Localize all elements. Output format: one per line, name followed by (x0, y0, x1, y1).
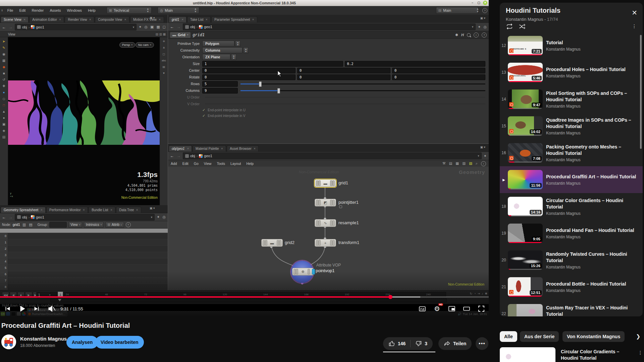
center-y-input[interactable]: 0 (297, 68, 390, 73)
connectivity-select[interactable]: Columns (202, 47, 243, 53)
node-transform1[interactable]: + (315, 239, 336, 247)
node-grid1[interactable]: ▬ (315, 179, 336, 187)
menu-item[interactable]: Help (244, 162, 256, 166)
gear-icon[interactable]: ✱ (455, 33, 458, 37)
target-icon[interactable]: ◎ (144, 25, 148, 29)
layout-icon[interactable]: ◻ (162, 25, 166, 29)
close-icon[interactable]: ✕ (483, 1, 487, 5)
tool-icon[interactable]: ● (3, 91, 5, 94)
realtime-icon[interactable]: ◔ (474, 292, 476, 295)
settings-gear-icon[interactable]: ⚙ HD (430, 301, 444, 316)
pane-tab[interactable]: Render View✕ (65, 16, 94, 22)
forward-icon[interactable]: → (176, 154, 181, 158)
back-icon[interactable]: ← (169, 154, 175, 158)
pin-icon[interactable]: ✦ (483, 154, 487, 158)
houdini-titlebar[interactable]: untitled.hip - Houdini Apprentice Non-Co… (0, 0, 489, 6)
playlist-item[interactable]: 15 14:02 Quadtree Images in SOPs and COP… (500, 113, 643, 139)
intrinsics-select[interactable]: Intrinsics▾ (84, 222, 104, 228)
list-icon[interactable]: ▤ (449, 161, 452, 166)
filter-chip[interactable]: Von Konstantin Magnus (562, 331, 625, 342)
tool-icon[interactable]: ● (3, 116, 5, 120)
like-button[interactable]: 146 (383, 340, 410, 347)
center-z-input[interactable]: 0 (392, 68, 485, 73)
menu-item[interactable]: Windows (64, 8, 85, 12)
play-button[interactable] (15, 301, 30, 316)
pane-tab[interactable]: Scene View✕ (1, 16, 29, 22)
tool-icon[interactable]: ◈ (3, 129, 5, 132)
kebab-menu-icon[interactable]: ⋮ (638, 350, 643, 355)
loop-playlist-icon[interactable] (506, 23, 513, 29)
columns-input[interactable]: 9 (202, 88, 238, 94)
pane-tab[interactable]: Motion FX View✕ (130, 16, 164, 22)
checkbox-endpoint-v[interactable]: ✓ End-point interpolate in V (168, 113, 489, 119)
table-row[interactable]: 5 (0, 265, 168, 271)
menu-item[interactable]: Edit (16, 8, 29, 12)
analytics-button[interactable]: Analysen (66, 336, 98, 349)
path-breadcrumb[interactable]: obj › geo1 ▾ (15, 214, 155, 221)
group-input[interactable] (49, 222, 67, 228)
tool-icon[interactable]: ▤ (163, 65, 165, 69)
subtitles-icon[interactable] (415, 301, 430, 316)
audio-icon[interactable]: ♪ (482, 292, 483, 295)
pane-tab[interactable]: Bundle List✕ (89, 207, 115, 213)
share-button[interactable]: Teilen (438, 337, 472, 350)
node-pointjitter1[interactable]: ◩ (315, 199, 336, 206)
loop-icon[interactable]: ↻ (470, 292, 472, 295)
table-row[interactable]: 1 (0, 239, 168, 246)
menu-item[interactable]: Help (85, 8, 99, 12)
camera-selector[interactable]: No cam▾ (136, 42, 154, 48)
pane-tab[interactable]: Composite View✕ (95, 16, 129, 22)
info-icon[interactable]: i (474, 33, 479, 38)
more-actions-button[interactable]: ••• (476, 337, 488, 350)
tool-icon[interactable]: ▦ (2, 59, 5, 62)
target-icon[interactable]: ◎ (483, 25, 487, 29)
path-breadcrumb[interactable]: obj › geo1 ▾ (183, 153, 482, 159)
back-icon[interactable]: ← (1, 25, 7, 29)
tool-icon[interactable]: ✛ (163, 40, 165, 43)
player-progress-bar[interactable] (0, 296, 489, 298)
menu-item[interactable]: Edit (180, 162, 191, 166)
forward-icon[interactable]: → (176, 24, 181, 29)
size-x-input[interactable]: 1 (202, 61, 343, 67)
channel-avatar[interactable] (1, 335, 16, 349)
pane-tab[interactable]: Performance Monitor✕ (46, 207, 88, 213)
pane-controls[interactable]: ▣ ▾ (148, 206, 157, 210)
snapshot-icon[interactable]: ▣ (150, 25, 154, 29)
pane-controls[interactable]: ▣ ▾ (478, 145, 487, 149)
chevron-down-icon[interactable]: ▾ (151, 216, 153, 219)
pane-tab[interactable]: Parameter Spreadsheet✕ (211, 16, 257, 22)
pin-icon[interactable]: ✦ (156, 215, 160, 219)
pane-controls[interactable]: ▣ ▾ (478, 16, 487, 20)
playlist-item[interactable]: 12 WIREFRAME S 7:21 Tutorial Konstantin … (500, 32, 643, 59)
table-row[interactable]: 0 (0, 233, 168, 239)
houdini-help-icon[interactable]: H (461, 33, 464, 37)
tool-icon[interactable]: ▼ (163, 72, 165, 75)
step-icon[interactable]: ⇥ (477, 292, 480, 295)
playlist-item[interactable]: ▶ 11:56 Procedural Graffiti Art – Houdin… (500, 166, 643, 193)
pane-tab[interactable]: Material Palette✕ (193, 145, 226, 152)
search-icon[interactable] (467, 33, 471, 37)
tool-icon[interactable]: ◆ (3, 65, 5, 69)
spreadsheet-table[interactable]: 0 1 2 3 4 5 6 7 8 (0, 229, 168, 290)
next-video-title[interactable]: Circular Color Gradients – Houdini Tutor… (561, 349, 635, 361)
shelf-select-right[interactable]: ⊟ Main (436, 7, 478, 14)
mute-icon[interactable] (44, 301, 59, 316)
node-pointvop1[interactable]: ⊕ (292, 268, 314, 276)
menu-item[interactable]: Assets (47, 8, 64, 12)
fullscreen-icon[interactable] (474, 301, 489, 316)
back-icon[interactable]: ← (169, 24, 175, 29)
chevron-down-icon[interactable]: ▾ (472, 25, 474, 28)
playlist-item[interactable]: 14 9:47 Pixel Sorting with SOPs and COPs… (500, 86, 643, 113)
tool-icon[interactable]: abc (162, 59, 166, 62)
menu-item[interactable]: Go (191, 162, 201, 166)
target-icon[interactable]: ◎ (162, 215, 166, 219)
node-grid2[interactable]: ▬ (261, 239, 283, 247)
view-select[interactable]: View▾ (68, 222, 82, 228)
filter-chip[interactable]: Aus der Serie (520, 331, 559, 342)
pane-tab[interactable]: Animation Editor✕ (29, 16, 64, 22)
playlist-item[interactable]: 21 12:51 Procedural Bottle – Houdini Tut… (500, 274, 643, 300)
chevron-down-icon[interactable]: ▾ (478, 154, 479, 158)
table-row[interactable]: 6 (0, 271, 168, 278)
playlist-scrollbar[interactable] (640, 35, 642, 149)
table-row[interactable]: 4 (0, 258, 168, 265)
